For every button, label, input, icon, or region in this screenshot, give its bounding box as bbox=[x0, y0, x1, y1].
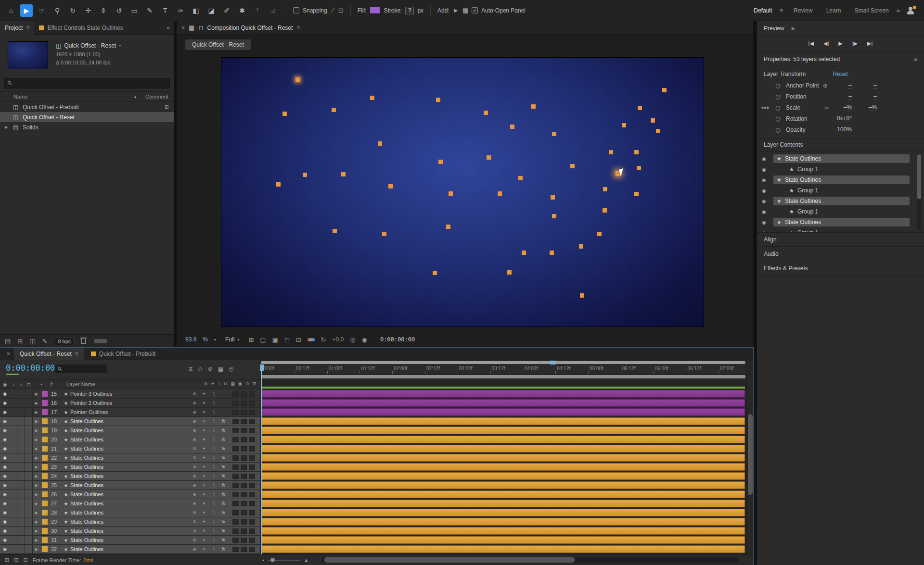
tab-effect-controls[interactable]: Effect Controls State Outlines bbox=[34, 21, 128, 35]
timeline-layer-row[interactable]: ◉▶27★State Outlines⊕✦∖fx bbox=[0, 499, 260, 508]
canvas-square[interactable] bbox=[382, 232, 386, 236]
stopwatch-icon[interactable]: ◷ bbox=[775, 104, 785, 111]
canvas-square[interactable] bbox=[579, 244, 583, 249]
lock-cell[interactable] bbox=[25, 527, 33, 535]
canvas-square[interactable] bbox=[446, 225, 450, 229]
pen-tool[interactable]: ✎ bbox=[143, 4, 156, 17]
expand-arrow-icon[interactable]: ▶ bbox=[33, 502, 40, 506]
eye-icon[interactable]: ◉ bbox=[0, 428, 10, 433]
timeline-bottom-icon-1[interactable]: ⊟ bbox=[14, 557, 18, 563]
preview-title[interactable]: Preview bbox=[764, 25, 784, 32]
workspace-default[interactable]: Default bbox=[748, 7, 778, 14]
fx-icon[interactable] bbox=[220, 391, 227, 396]
collapse-transform-icon[interactable]: ✦ bbox=[201, 528, 207, 533]
quality-icon[interactable]: ⊕ bbox=[191, 419, 198, 424]
frame-blend-icon[interactable]: ∖ bbox=[210, 538, 217, 542]
orbit-camera-tool[interactable]: ↻ bbox=[66, 4, 79, 17]
layer-name[interactable]: State Outlines bbox=[70, 427, 191, 433]
timeline-layer-row[interactable]: ◉▶24★State Outlines⊕✦∖fx bbox=[0, 472, 260, 481]
zoom-tool[interactable]: ⚲ bbox=[51, 4, 64, 17]
lock-cell[interactable] bbox=[25, 463, 33, 471]
label-color-chip[interactable] bbox=[42, 546, 48, 552]
switch-column-icon-2[interactable]: ∖ bbox=[218, 381, 221, 386]
audio-cell[interactable] bbox=[10, 499, 17, 508]
fx-icon[interactable]: fx bbox=[220, 455, 227, 460]
audio-cell[interactable] bbox=[10, 453, 17, 462]
layer-contents-item[interactable]: ◉★Group 1 bbox=[757, 164, 924, 175]
snapping-checkbox[interactable] bbox=[293, 7, 299, 13]
quality-icon[interactable]: ⊕ bbox=[191, 538, 198, 542]
canvas-square[interactable] bbox=[551, 195, 555, 200]
project-search-input[interactable]: ⚲ bbox=[4, 78, 170, 88]
timeline-layer-row[interactable]: ◉▶23★State Outlines⊕✦∖fx bbox=[0, 463, 260, 472]
layer-duration-bar[interactable] bbox=[261, 536, 745, 544]
canvas-square[interactable] bbox=[276, 182, 281, 187]
interpret-footage-icon[interactable]: ▤ bbox=[5, 338, 11, 345]
quality-icon[interactable]: ⊕ bbox=[191, 465, 198, 469]
lock-cell[interactable] bbox=[25, 453, 33, 462]
solo-cell[interactable] bbox=[17, 472, 25, 480]
label-color-chip[interactable] bbox=[42, 409, 48, 415]
eye-icon[interactable]: ◉ bbox=[0, 510, 10, 515]
lock-column-icon[interactable]: ⊓ bbox=[25, 382, 33, 387]
rotation-tool[interactable]: ↺ bbox=[113, 4, 125, 17]
value-field[interactable]: – bbox=[848, 93, 852, 100]
canvas-square[interactable] bbox=[603, 187, 607, 191]
collapse-transform-icon[interactable]: ✦ bbox=[201, 474, 207, 478]
canvas-square[interactable] bbox=[552, 214, 556, 218]
layer-name[interactable]: State Outlines bbox=[70, 437, 191, 442]
label-color-chip[interactable] bbox=[42, 437, 48, 442]
new-folder-icon[interactable]: ⊞ bbox=[17, 338, 23, 345]
timeline-tab-active[interactable]: Quick Offset - Reset ≡ bbox=[14, 348, 84, 360]
canvas-square[interactable] bbox=[518, 176, 523, 180]
audio-cell[interactable] bbox=[10, 481, 17, 490]
timeline-layer-row[interactable]: ◉▶15★Pointer 3 Outlines⊕✦∖ bbox=[0, 389, 260, 399]
fx-icon[interactable]: fx bbox=[220, 474, 227, 478]
expand-arrow-icon[interactable]: ▶ bbox=[33, 538, 40, 542]
fx-icon[interactable]: fx bbox=[220, 465, 227, 469]
expand-arrow-icon[interactable]: ▶ bbox=[33, 511, 40, 515]
solo-cell[interactable] bbox=[17, 435, 25, 444]
layer-name[interactable]: State Outlines bbox=[70, 510, 191, 515]
transparency-grid-icon[interactable]: ◻ bbox=[284, 336, 290, 343]
audio-cell[interactable] bbox=[10, 517, 17, 526]
canvas-square[interactable] bbox=[522, 251, 526, 255]
solo-cell[interactable] bbox=[17, 417, 25, 426]
layer-name[interactable]: State Outlines bbox=[70, 528, 191, 534]
roto-brush-tool[interactable]: ✐ bbox=[220, 4, 233, 17]
solo-cell[interactable] bbox=[17, 545, 25, 553]
canvas-square[interactable] bbox=[570, 164, 575, 168]
expand-arrow-icon[interactable]: ▶ bbox=[33, 529, 40, 533]
color-depth-button[interactable]: 8 bpc bbox=[54, 338, 75, 345]
snap-features-icon[interactable]: ⊡ bbox=[338, 7, 344, 14]
expand-arrow-icon[interactable]: ▶ bbox=[33, 419, 40, 424]
channels-icon[interactable] bbox=[308, 338, 315, 341]
canvas-square[interactable] bbox=[634, 192, 639, 196]
eye-icon[interactable]: ◉ bbox=[762, 177, 773, 183]
timeline-tab-prebuilt[interactable]: Quick Offset - Prebuilt bbox=[85, 348, 161, 360]
timeline-layer-row[interactable]: ◉▶18★State Outlines⊕✦∖fx bbox=[0, 417, 260, 426]
collapse-transform-icon[interactable]: ✦ bbox=[201, 547, 207, 552]
canvas-square[interactable] bbox=[637, 166, 641, 170]
timeline-layer-row[interactable]: ◉▶22★State Outlines⊕✦∖fx bbox=[0, 453, 260, 463]
project-item[interactable]: ◫Quick Offset - Prebuilt⊞ bbox=[0, 102, 174, 112]
label-color-chip[interactable] bbox=[42, 464, 48, 470]
fx-icon[interactable]: fx bbox=[220, 538, 227, 542]
layer-duration-bar[interactable] bbox=[261, 463, 745, 471]
fill-swatch[interactable] bbox=[370, 7, 380, 14]
canvas-square[interactable] bbox=[332, 108, 336, 112]
zoom-out-icon[interactable]: ▴ bbox=[262, 558, 264, 562]
layer-duration-bar[interactable] bbox=[261, 490, 745, 498]
fx-icon[interactable]: fx bbox=[220, 446, 227, 451]
canvas-square[interactable] bbox=[484, 111, 488, 115]
timeline-layer-row[interactable]: ◉▶29★State Outlines⊕✦∖fx bbox=[0, 517, 260, 527]
frame-blend-icon[interactable]: ∖ bbox=[210, 410, 217, 414]
eye-icon[interactable]: ◉ bbox=[0, 410, 10, 414]
link-icon[interactable]: ∞ bbox=[824, 104, 829, 111]
pan-camera-tool[interactable]: ✛ bbox=[82, 4, 94, 17]
lock-cell[interactable] bbox=[25, 389, 33, 398]
canvas-square[interactable] bbox=[622, 123, 626, 127]
comp-selector-button[interactable]: Quick Offset - Reset bbox=[185, 39, 251, 50]
solo-cell[interactable] bbox=[17, 508, 25, 517]
frame-blend-icon[interactable]: ∖ bbox=[210, 428, 217, 433]
